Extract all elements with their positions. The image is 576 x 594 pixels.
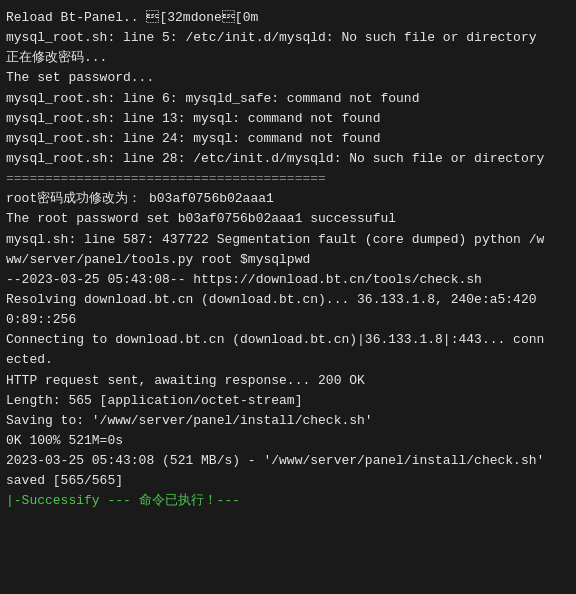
saved: saved [565/565]: [6, 471, 570, 491]
success-line: |-Successify --- 命令已执行！---: [6, 491, 570, 511]
progress: 0K 100% 521M=0s: [6, 431, 570, 451]
wget-url: --2023-03-25 05:43:08-- https://download…: [6, 270, 570, 290]
connecting: Connecting to download.bt.cn (download.b…: [6, 330, 570, 350]
reload-line: Reload Bt-Panel.. [32mdone[0m: [6, 8, 570, 28]
divider-1: ========================================…: [6, 169, 570, 189]
error-line-3: mysql_root.sh: line 13: mysql: command n…: [6, 109, 570, 129]
error-line-5: mysql_root.sh: line 28: /etc/init.d/mysq…: [6, 149, 570, 169]
resolving-cont: 0:89::256: [6, 310, 570, 330]
error-line-1: mysql_root.sh: line 5: /etc/init.d/mysql…: [6, 28, 570, 48]
segfault-cont: ww/server/panel/tools.py root $mysqlpwd: [6, 250, 570, 270]
set-password: The set password...: [6, 68, 570, 88]
changing-password: 正在修改密码...: [6, 48, 570, 68]
connecting-cont: ected.: [6, 350, 570, 370]
terminal-window: Reload Bt-Panel.. [32mdone[0mmysql_roo…: [0, 0, 576, 594]
error-line-2: mysql_root.sh: line 6: mysqld_safe: comm…: [6, 89, 570, 109]
error-line-4: mysql_root.sh: line 24: mysql: command n…: [6, 129, 570, 149]
resolving: Resolving download.bt.cn (download.bt.cn…: [6, 290, 570, 310]
downloaded: 2023-03-25 05:43:08 (521 MB/s) - '/www/s…: [6, 451, 570, 471]
length: Length: 565 [application/octet-stream]: [6, 391, 570, 411]
terminal-output: Reload Bt-Panel.. [32mdone[0mmysql_roo…: [6, 8, 570, 512]
http-ok: HTTP request sent, awaiting response... …: [6, 371, 570, 391]
segfault-line: mysql.sh: line 587: 437722 Segmentation …: [6, 230, 570, 250]
password-success: The root password set b03af0756b02aaa1 s…: [6, 209, 570, 229]
password-changed: root密码成功修改为： b03af0756b02aaa1: [6, 189, 570, 209]
saving: Saving to: '/www/server/panel/install/ch…: [6, 411, 570, 431]
